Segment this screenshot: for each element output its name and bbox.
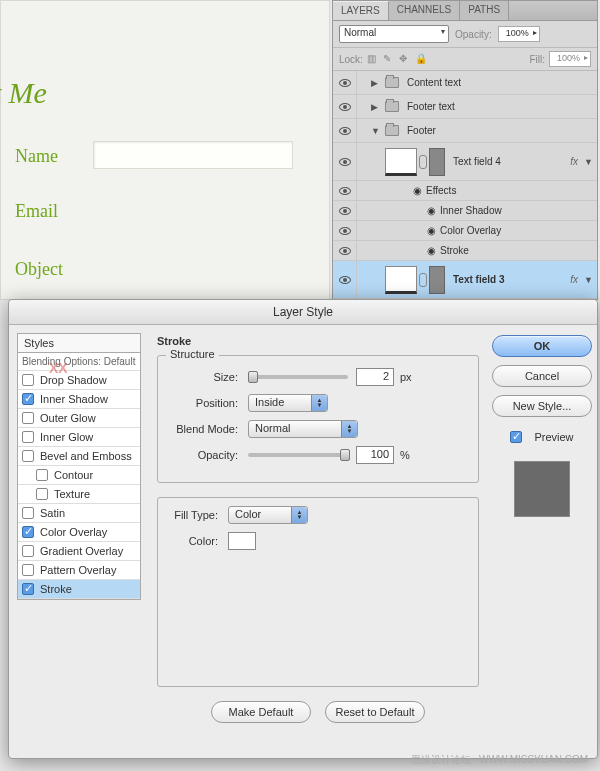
ok-button[interactable]: OK	[492, 335, 592, 357]
checkbox[interactable]	[22, 431, 34, 443]
checkbox[interactable]	[22, 374, 34, 386]
style-pattern-overlay[interactable]: Pattern Overlay	[18, 561, 140, 580]
position-dropdown[interactable]: Inside▲▼	[248, 394, 328, 412]
opacity-label: Opacity:	[168, 449, 248, 461]
layer-row-effect-stroke[interactable]: ◉ Stroke	[333, 241, 597, 261]
preview-checkbox[interactable]	[510, 431, 522, 443]
checkbox[interactable]	[22, 545, 34, 557]
make-default-button[interactable]: Make Default	[211, 701, 311, 723]
fill-label: Fill:	[529, 54, 545, 65]
style-inner-shadow[interactable]: Inner Shadow	[18, 390, 140, 409]
fx-twisty-icon[interactable]: ▼	[584, 157, 593, 167]
fill-field[interactable]: 100%	[549, 51, 591, 67]
tab-layers[interactable]: LAYERS	[333, 1, 389, 20]
reset-default-button[interactable]: Reset to Default	[325, 701, 425, 723]
eye-icon[interactable]	[339, 158, 351, 166]
twisty-icon[interactable]: ▶	[371, 102, 381, 112]
size-slider[interactable]	[248, 375, 348, 379]
checkbox[interactable]	[22, 583, 34, 595]
lock-all-icon[interactable]: 🔒	[415, 53, 427, 65]
style-label: Drop Shadow	[40, 374, 107, 386]
checkbox[interactable]	[22, 564, 34, 576]
label-email: Email	[15, 201, 58, 222]
tab-channels[interactable]: CHANNELS	[389, 1, 460, 20]
eye-icon[interactable]	[339, 79, 351, 87]
style-satin[interactable]: Satin	[18, 504, 140, 523]
layer-row-footer[interactable]: ▼ Footer	[333, 119, 597, 143]
layer-name: Color Overlay	[436, 225, 597, 236]
layer-row-textfield4[interactable]: Text field 4 fx ▼	[333, 143, 597, 181]
style-label: Contour	[54, 469, 93, 481]
style-gradient-overlay[interactable]: Gradient Overlay	[18, 542, 140, 561]
eye-icon[interactable]	[339, 227, 351, 235]
checkbox[interactable]	[22, 526, 34, 538]
layer-row-content-text[interactable]: ▶ Content text	[333, 71, 597, 95]
layer-row-effect-coloroverlay[interactable]: ◉ Color Overlay	[333, 221, 597, 241]
checkbox[interactable]	[22, 412, 34, 424]
name-input[interactable]	[93, 141, 293, 169]
size-field[interactable]: 2	[356, 368, 394, 386]
style-stroke[interactable]: Stroke	[18, 580, 140, 599]
style-label: Bevel and Emboss	[40, 450, 132, 462]
eye-icon[interactable]	[339, 207, 351, 215]
checkbox[interactable]	[22, 450, 34, 462]
eye-icon[interactable]	[339, 127, 351, 135]
style-texture[interactable]: Texture	[18, 485, 140, 504]
stroke-settings: Stroke Structure Size: 2 px Position: In…	[149, 325, 487, 755]
style-contour[interactable]: Contour	[18, 466, 140, 485]
filltype-dropdown[interactable]: Color▲▼	[228, 506, 308, 524]
label-name: Name	[15, 146, 58, 167]
blendmode-dropdown[interactable]: Normal▲▼	[248, 420, 358, 438]
structure-title: Structure	[166, 348, 219, 360]
checkbox[interactable]	[22, 393, 34, 405]
combo-value: Color	[235, 508, 261, 520]
lock-brush-icon[interactable]: ✎	[383, 53, 395, 65]
opacity-field[interactable]: 100	[356, 446, 394, 464]
style-drop-shadow[interactable]: Drop Shadow	[18, 371, 140, 390]
opacity-slider[interactable]	[248, 453, 348, 457]
style-color-overlay[interactable]: Color Overlay	[18, 523, 140, 542]
stroke-heading: Stroke	[157, 335, 479, 347]
blending-options-row[interactable]: Blending Options: Default	[18, 353, 140, 371]
slider-thumb[interactable]	[248, 371, 258, 383]
style-label: Inner Shadow	[40, 393, 108, 405]
size-label: Size:	[168, 371, 248, 383]
checkbox[interactable]	[22, 507, 34, 519]
style-label: Stroke	[40, 583, 72, 595]
color-swatch[interactable]	[228, 532, 256, 550]
slider-thumb[interactable]	[340, 449, 350, 461]
fx-twisty-icon[interactable]: ▼	[584, 275, 593, 285]
tab-paths[interactable]: PATHS	[460, 1, 509, 20]
eye-icon[interactable]	[339, 187, 351, 195]
eye-icon[interactable]	[339, 276, 351, 284]
layer-thumb	[385, 266, 417, 294]
fx-badge: fx	[570, 274, 578, 285]
layer-row-effect-innershadow[interactable]: ◉ Inner Shadow	[333, 201, 597, 221]
eye-icon[interactable]	[339, 247, 351, 255]
layer-row-footer-text[interactable]: ▶ Footer text	[333, 95, 597, 119]
effect-icon: ◉	[427, 205, 436, 216]
twisty-icon[interactable]: ▼	[371, 126, 381, 136]
size-unit: px	[400, 371, 412, 383]
opacity-field[interactable]: 100%	[498, 26, 540, 42]
checkbox[interactable]	[36, 469, 48, 481]
style-inner-glow[interactable]: Inner Glow	[18, 428, 140, 447]
fx-badge: fx	[570, 156, 578, 167]
checkbox[interactable]	[36, 488, 48, 500]
lock-transparency-icon[interactable]: ▥	[367, 53, 379, 65]
footer-watermark: 思缘设计论坛 . WWW.MISSYUAN.COM	[411, 753, 588, 767]
style-outer-glow[interactable]: Outer Glow	[18, 409, 140, 428]
layer-name: Text field 4	[449, 156, 570, 167]
blend-mode-dropdown[interactable]: Normal	[339, 25, 449, 43]
layer-row-textfield3[interactable]: Text field 3 fx ▼	[333, 261, 597, 299]
preview-swatch	[514, 461, 570, 517]
new-style-button[interactable]: New Style...	[492, 395, 592, 417]
twisty-icon[interactable]: ▶	[371, 78, 381, 88]
styles-list-column: Styles Blending Options: Default Drop Sh…	[9, 325, 149, 755]
styles-header[interactable]: Styles	[17, 333, 141, 353]
cancel-button[interactable]: Cancel	[492, 365, 592, 387]
layer-row-effects[interactable]: ◉ Effects	[333, 181, 597, 201]
lock-move-icon[interactable]: ✥	[399, 53, 411, 65]
style-bevel[interactable]: Bevel and Emboss	[18, 447, 140, 466]
eye-icon[interactable]	[339, 103, 351, 111]
